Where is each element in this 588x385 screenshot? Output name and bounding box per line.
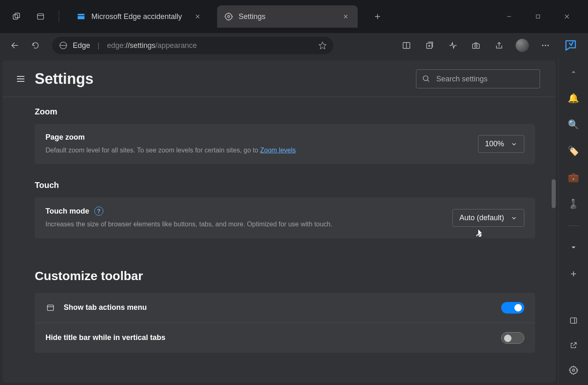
section-title-touch: Touch	[35, 181, 535, 190]
window-maximize-button[interactable]	[528, 8, 548, 25]
svg-rect-2	[38, 14, 44, 19]
close-icon[interactable]	[193, 12, 202, 21]
tab-actions-icon[interactable]	[32, 8, 49, 25]
chevron-down-icon	[511, 141, 517, 147]
svg-line-33	[428, 80, 429, 82]
svg-line-42	[573, 342, 576, 346]
svg-rect-40	[570, 318, 576, 323]
touch-mode-dropdown[interactable]: Auto (default)	[452, 209, 524, 227]
svg-rect-23	[473, 44, 480, 48]
settings-header: Settings	[2, 60, 556, 97]
svg-point-32	[423, 76, 428, 81]
toggle-tab-actions[interactable]	[501, 302, 524, 314]
tab-label: Microsoft Edge accidentally	[91, 12, 187, 21]
favorite-icon[interactable]	[318, 41, 327, 50]
svg-point-27	[545, 45, 546, 46]
svg-marker-36	[571, 71, 575, 73]
edge-logo-icon	[59, 41, 68, 50]
info-icon[interactable]: ?	[94, 207, 103, 216]
svg-rect-0	[13, 14, 18, 19]
more-icon[interactable]	[537, 37, 554, 54]
profile-avatar[interactable]	[514, 37, 531, 54]
svg-marker-17	[319, 42, 326, 49]
sidebar-collapse-icon[interactable]	[567, 65, 580, 78]
svg-point-26	[542, 45, 543, 46]
add-sidebar-icon[interactable]	[567, 267, 580, 280]
row-title-page-zoom: Page zoom	[45, 133, 471, 142]
bing-chat-button[interactable]	[560, 35, 581, 56]
tab-label: Settings	[239, 12, 335, 21]
back-button[interactable]	[7, 37, 23, 54]
zoom-dropdown[interactable]: 100%	[478, 135, 524, 153]
section-title-customize-toolbar: Customize toolbar	[35, 269, 535, 283]
tab-actions-row-icon	[45, 303, 55, 313]
tab-groups-icon[interactable]	[8, 8, 25, 25]
search-input[interactable]	[436, 75, 534, 83]
svg-rect-34	[48, 305, 54, 310]
row-desc-touch: Increases the size of browser elements l…	[45, 220, 446, 229]
screenshot-icon[interactable]	[467, 37, 485, 54]
collections-icon[interactable]	[421, 37, 438, 54]
section-title-zoom: Zoom	[35, 107, 535, 116]
browser-toolbar: Edge | edge://settings/appearance	[0, 33, 588, 58]
notifications-icon[interactable]: 🔔	[567, 92, 580, 105]
setting-row-tab-actions: Show tab actions menu	[35, 293, 535, 323]
window-close-button[interactable]	[557, 8, 577, 25]
titlebar: Microsoft Edge accidentally Settings	[0, 0, 588, 33]
row-desc-zoom: Default zoom level for all sites. To see…	[45, 146, 471, 155]
menu-icon[interactable]	[14, 72, 27, 86]
svg-point-6	[228, 16, 230, 18]
tab-active[interactable]: Settings	[217, 5, 358, 28]
games-icon[interactable]: ♟️	[567, 197, 580, 211]
tab-inactive[interactable]: Microsoft Edge accidentally	[69, 5, 210, 28]
search-icon	[422, 75, 430, 83]
browser-label: Edge	[73, 41, 90, 50]
svg-point-43	[572, 369, 575, 371]
sidebar: 🔔 🔍 🏷️ 💼 ♟️	[558, 58, 588, 385]
tools-icon[interactable]: 💼	[567, 171, 580, 184]
chevron-down-icon	[511, 215, 517, 221]
search-settings[interactable]	[416, 69, 540, 88]
toggle-hide-titlebar[interactable]	[501, 332, 524, 344]
gear-icon	[225, 12, 233, 21]
svg-marker-37	[571, 247, 575, 249]
share-icon[interactable]	[490, 37, 508, 54]
sidebar-expand-icon[interactable]	[567, 241, 580, 254]
row-title-touch-mode: Touch mode ?	[45, 207, 446, 216]
search-sidebar-icon[interactable]: 🔍	[567, 118, 580, 131]
scrollbar-thumb[interactable]	[552, 179, 556, 208]
open-link-icon[interactable]	[567, 339, 580, 352]
setting-row-hide-titlebar: Hide title bar while in vertical tabs	[35, 323, 535, 353]
close-icon[interactable]	[341, 12, 350, 21]
split-screen-icon[interactable]	[398, 37, 415, 54]
svg-rect-1	[15, 13, 19, 18]
svg-point-28	[547, 45, 549, 46]
new-tab-button[interactable]	[369, 8, 386, 25]
shopping-icon[interactable]: 🏷️	[567, 145, 580, 158]
favicon-page-icon	[76, 12, 86, 21]
sidebar-panel-icon[interactable]	[567, 314, 580, 327]
refresh-button[interactable]	[27, 37, 44, 54]
settings-gear-icon[interactable]	[567, 364, 580, 377]
svg-point-24	[475, 45, 477, 48]
zoom-levels-link[interactable]: Zoom levels	[260, 147, 296, 154]
window-minimize-button[interactable]	[499, 8, 519, 25]
page-title: Settings	[35, 70, 93, 88]
performance-icon[interactable]	[444, 37, 461, 54]
svg-rect-12	[536, 15, 540, 18]
addressbar[interactable]: Edge | edge://settings/appearance	[52, 37, 333, 54]
